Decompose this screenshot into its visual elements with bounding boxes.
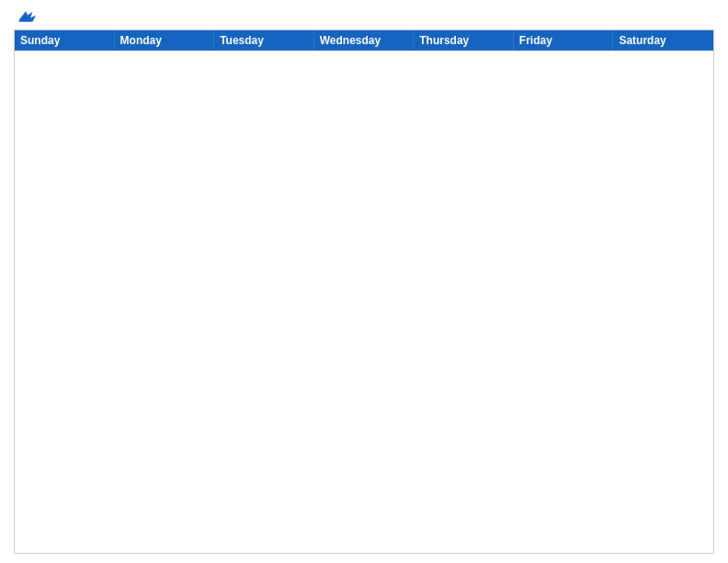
header [14, 9, 714, 24]
calendar: Sunday Monday Tuesday Wednesday Thursday… [14, 29, 714, 554]
header-wednesday: Wednesday [314, 30, 415, 51]
logo-bird-icon [16, 9, 36, 24]
header-tuesday: Tuesday [214, 30, 314, 51]
calendar-header: Sunday Monday Tuesday Wednesday Thursday… [15, 30, 713, 51]
header-sunday: Sunday [15, 30, 115, 51]
logo [14, 9, 36, 24]
svg-marker-0 [19, 11, 36, 22]
header-saturday: Saturday [613, 30, 713, 51]
header-thursday: Thursday [414, 30, 514, 51]
page: Sunday Monday Tuesday Wednesday Thursday… [0, 0, 728, 563]
header-monday: Monday [115, 30, 215, 51]
header-friday: Friday [514, 30, 614, 51]
logo-text [14, 9, 36, 24]
calendar-body [15, 51, 713, 553]
